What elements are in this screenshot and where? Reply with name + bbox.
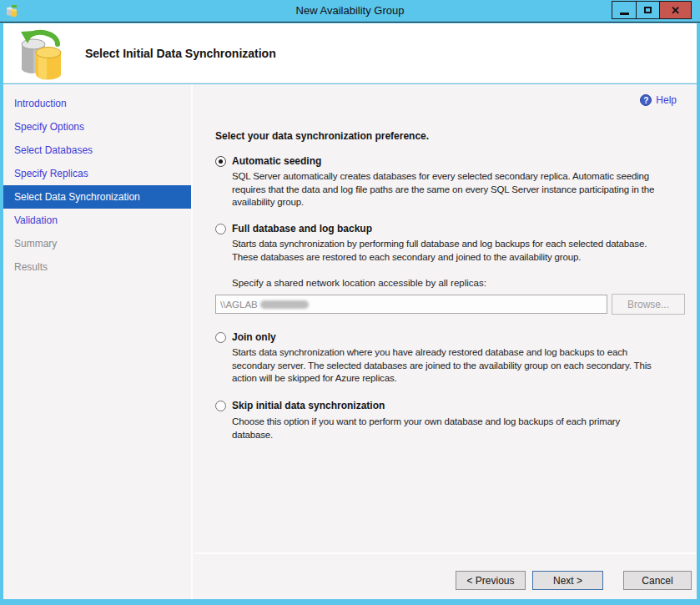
browse-button[interactable]: Browse... <box>612 294 685 315</box>
window-title: New Availability Group <box>0 4 700 17</box>
maximize-icon <box>644 7 652 13</box>
join-only-radio[interactable] <box>215 332 226 343</box>
window-controls: ✕ <box>612 1 692 19</box>
wizard-header: Select Initial Data Synchronization <box>3 23 697 83</box>
shared-location-input[interactable]: \\AGLAB <box>215 295 607 314</box>
titlebar[interactable]: New Availability Group ✕ <box>0 0 700 23</box>
skip-sync-label: Skip initial data synchronization <box>232 400 385 411</box>
sync-preference-heading: Select your data synchronization prefere… <box>215 130 429 142</box>
cancel-button[interactable]: Cancel <box>623 571 692 590</box>
maximize-button[interactable] <box>636 2 659 18</box>
automatic-seeding-option[interactable]: Automatic seeding <box>215 155 321 167</box>
sidebar-item-specify-options[interactable]: Specify Options <box>3 115 191 139</box>
automatic-seeding-label: Automatic seeding <box>232 155 321 167</box>
skip-sync-radio[interactable] <box>215 401 226 411</box>
next-button[interactable]: Next > <box>532 571 603 590</box>
sidebar-item-results: Results <box>3 255 191 279</box>
sidebar-item-select-data-synchronization[interactable]: Select Data Synchronization <box>3 185 191 209</box>
wizard-footer: < Previous Next > Cancel <box>194 552 697 599</box>
help-link[interactable]: ? Help <box>640 94 677 106</box>
skip-sync-option[interactable]: Skip initial data synchronization <box>215 400 385 411</box>
full-backup-radio[interactable] <box>215 224 226 234</box>
minimize-icon <box>620 13 629 15</box>
wizard-steps-sidebar: Introduction Specify Options Select Data… <box>3 84 193 599</box>
minimize-button[interactable] <box>612 2 636 18</box>
automatic-seeding-radio[interactable] <box>215 156 226 167</box>
wizard-body: Introduction Specify Options Select Data… <box>3 84 697 599</box>
shared-location-value: \\AGLAB <box>220 300 258 310</box>
new-availability-group-window: New Availability Group ✕ Select Initial … <box>0 0 700 605</box>
sidebar-item-summary: Summary <box>3 232 191 255</box>
full-backup-description: Starts data synchronization by performin… <box>232 238 647 264</box>
close-button[interactable]: ✕ <box>659 2 691 18</box>
join-only-option[interactable]: Join only <box>215 331 276 343</box>
sidebar-item-introduction[interactable]: Introduction <box>3 92 191 115</box>
help-icon: ? <box>640 94 652 106</box>
full-backup-option[interactable]: Full database and log backup <box>215 223 372 234</box>
sidebar-item-specify-replicas[interactable]: Specify Replicas <box>3 162 191 185</box>
join-only-description: Starts data synchronization where you ha… <box>232 346 652 386</box>
close-icon: ✕ <box>671 5 680 16</box>
database-sync-icon <box>13 27 67 80</box>
help-label: Help <box>656 94 677 106</box>
sidebar-item-select-databases[interactable]: Select Databases <box>3 139 191 162</box>
main-panel: ? Help Select your data synchronization … <box>194 84 697 552</box>
redacted-text <box>260 300 309 309</box>
automatic-seeding-description: SQL Server automatically creates databas… <box>232 170 654 209</box>
join-only-label: Join only <box>232 331 276 343</box>
shared-location-label: Specify a shared network location access… <box>232 278 486 288</box>
full-backup-label: Full database and log backup <box>232 223 372 234</box>
skip-sync-description: Choose this option if you want to perfor… <box>232 416 620 441</box>
page-title: Select Initial Data Synchronization <box>85 47 276 60</box>
previous-button[interactable]: < Previous <box>456 571 526 590</box>
sidebar-item-validation[interactable]: Validation <box>3 209 191 232</box>
